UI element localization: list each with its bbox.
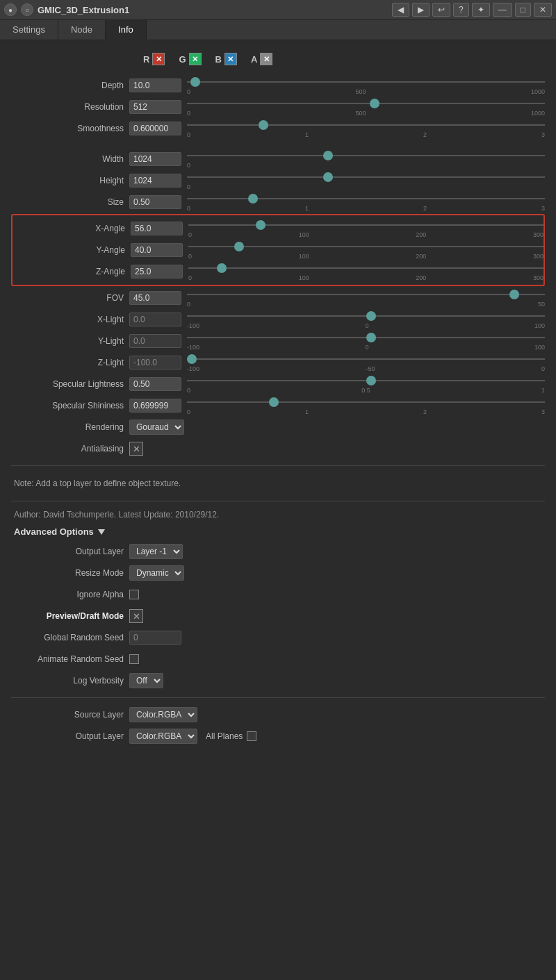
spec-shine-slider-line: [187, 401, 545, 403]
resolution-slider-thumb[interactable]: [370, 99, 379, 108]
close-button[interactable]: ●: [4, 3, 17, 16]
note-text: Note: Add a top layer to define object t…: [11, 473, 545, 494]
z-angle-slider-labels: 0 100 200 300: [188, 274, 543, 281]
bottom-output-layer-select[interactable]: Color.RGBA Alpha Gray: [129, 729, 197, 744]
z-light-slider-thumb[interactable]: [187, 354, 197, 364]
window-close-button[interactable]: ✕: [534, 3, 552, 17]
minimize-button[interactable]: ○: [21, 3, 33, 16]
x-light-input[interactable]: [129, 313, 181, 326]
animate-seed-checkbox[interactable]: [129, 654, 139, 664]
x-angle-input[interactable]: [131, 222, 183, 235]
ignore-alpha-checkbox[interactable]: [129, 590, 139, 599]
z-light-slider-track[interactable]: [187, 354, 545, 365]
tab-settings[interactable]: Settings: [0, 20, 58, 40]
antialiasing-row: Antialiasing ✕: [11, 439, 545, 458]
channel-a-badge[interactable]: ✕: [260, 53, 272, 65]
window-max-button[interactable]: □: [515, 3, 531, 17]
nav-reset-button[interactable]: ↩: [432, 3, 450, 17]
resolution-slider-track[interactable]: [187, 98, 545, 109]
y-light-label: Y-Light: [11, 336, 129, 346]
x-angle-slider-thumb[interactable]: [256, 220, 265, 230]
spec-shine-input[interactable]: [129, 399, 181, 413]
width-slider-thumb[interactable]: [323, 151, 333, 160]
output-layer-row: Output Layer Layer -1 Layer 0 Layer 1: [11, 542, 545, 561]
y-light-slider-thumb[interactable]: [366, 333, 376, 342]
spec-light-slider-track[interactable]: [187, 375, 545, 386]
global-seed-input[interactable]: [129, 631, 181, 645]
size-slider-thumb[interactable]: [248, 194, 258, 204]
bottom-output-layer-label: Output Layer: [11, 731, 129, 741]
spec-light-row: Specular Lightness 0 0.5 1: [11, 374, 545, 394]
nav-right-button[interactable]: ▶: [412, 3, 430, 17]
y-angle-slider-line: [188, 246, 543, 247]
y-light-slider-track[interactable]: [187, 332, 545, 343]
source-layer-select[interactable]: Color.RGBA Alpha Gray: [129, 707, 197, 722]
z-angle-slider-thumb[interactable]: [217, 263, 227, 273]
width-row: Width 0: [11, 149, 545, 169]
size-input[interactable]: [129, 195, 181, 209]
y-angle-input[interactable]: [131, 243, 183, 257]
y-angle-slider-thumb[interactable]: [234, 242, 244, 251]
antialiasing-checkbox[interactable]: ✕: [129, 442, 143, 456]
smoothness-slider-thumb[interactable]: [259, 120, 268, 130]
x-light-slider-thumb[interactable]: [366, 311, 376, 321]
depth-slider-thumb[interactable]: [190, 77, 200, 87]
advanced-options-header[interactable]: Advanced Options: [11, 524, 545, 540]
spec-shine-slider-thumb[interactable]: [269, 397, 279, 407]
res-max: 1000: [531, 110, 545, 117]
channel-g-badge[interactable]: ✕: [189, 53, 202, 65]
log-verbosity-select[interactable]: Off On: [129, 673, 163, 688]
output-layer-select[interactable]: Layer -1 Layer 0 Layer 1: [129, 544, 183, 559]
preview-draft-checkbox[interactable]: ✕: [129, 609, 143, 623]
z-light-input[interactable]: [129, 356, 181, 369]
all-planes-checkbox[interactable]: [247, 731, 256, 741]
depth-max-label: 1000: [531, 88, 545, 95]
spec-light-input[interactable]: [129, 377, 181, 391]
spec-light-slider-thumb[interactable]: [366, 376, 376, 385]
width-input[interactable]: [129, 152, 181, 166]
depth-min-label: 0: [187, 88, 190, 95]
depth-label: Depth: [11, 81, 129, 90]
width-slider-track[interactable]: [187, 150, 545, 161]
nav-left-button[interactable]: ◀: [392, 3, 409, 17]
advanced-options-label: Advanced Options: [14, 526, 94, 537]
tab-node[interactable]: Node: [58, 20, 106, 40]
fov-input[interactable]: [129, 291, 181, 305]
animate-seed-label: Animate Random Seed: [11, 654, 129, 664]
height-input[interactable]: [129, 174, 181, 188]
x-angle-slider-track[interactable]: [188, 219, 543, 231]
fov-slider-thumb[interactable]: [509, 290, 519, 299]
help-button[interactable]: ?: [453, 3, 469, 17]
channel-b-badge[interactable]: ✕: [224, 53, 237, 65]
x-angle-slider-wrap: 0 100 200 300: [183, 219, 543, 238]
y-angle-slider-track[interactable]: [188, 241, 543, 252]
x-light-slider-track[interactable]: [187, 310, 545, 322]
resize-mode-select[interactable]: Dynamic Static None: [129, 565, 184, 581]
z-light-slider-wrap: -100 -50 0: [181, 354, 545, 372]
spec-shine-label: Specular Shininess: [11, 401, 129, 410]
ignore-alpha-label: Ignore Alpha: [11, 590, 129, 599]
height-slider-track[interactable]: [187, 172, 545, 183]
window-min-button[interactable]: —: [493, 3, 512, 17]
tab-info[interactable]: Info: [106, 20, 147, 40]
depth-input[interactable]: [129, 78, 181, 92]
smoothness-row: Smoothness 0 1 2 3: [11, 119, 545, 138]
divider-3: [11, 697, 545, 698]
channel-r-badge[interactable]: ✕: [152, 53, 165, 65]
titlebar: ● ○ GMIC_3D_Extrusion1 ◀ ▶ ↩ ? ✦ — □ ✕: [0, 0, 556, 20]
smoothness-input[interactable]: [129, 122, 181, 135]
size-slider-track[interactable]: [187, 193, 545, 204]
fov-slider-track[interactable]: [187, 289, 545, 300]
depth-slider-track[interactable]: [187, 76, 545, 88]
x-angle-slider-labels: 0 100 200 300: [188, 231, 543, 238]
x-light-slider-line: [187, 315, 545, 317]
z-angle-input[interactable]: [131, 265, 183, 279]
spec-shine-slider-track[interactable]: [187, 397, 545, 408]
smoothness-slider-track[interactable]: [187, 119, 545, 131]
rendering-select[interactable]: Gouraud Flat Phong Cartoon: [129, 420, 184, 435]
resolution-input[interactable]: [129, 100, 181, 114]
node-button[interactable]: ✦: [472, 3, 490, 17]
z-angle-slider-track[interactable]: [188, 263, 543, 274]
y-light-input[interactable]: [129, 334, 181, 348]
height-slider-thumb[interactable]: [323, 172, 333, 182]
